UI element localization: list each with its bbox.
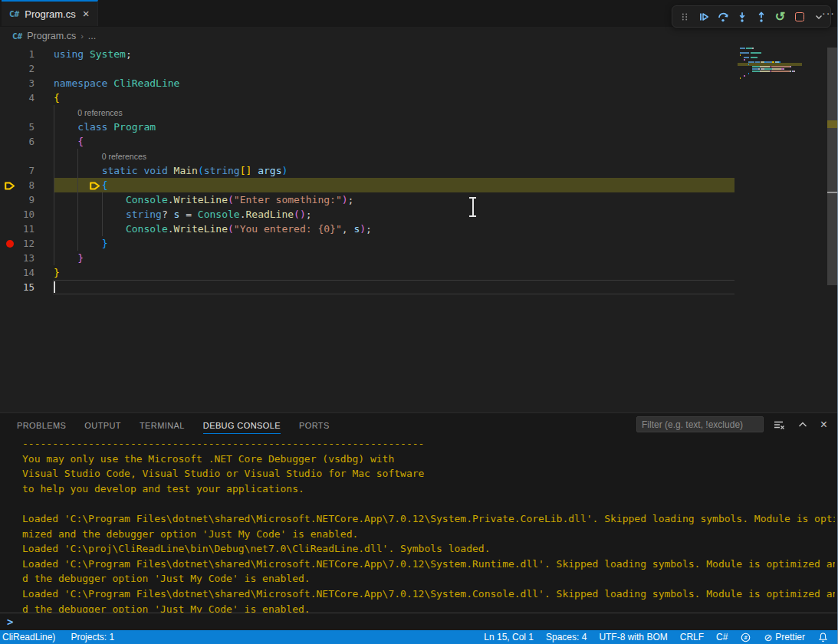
line-number[interactable]: 1: [0, 47, 35, 61]
status-item-csharp-project[interactable]: #: [740, 632, 751, 643]
debug-console-repl[interactable]: >: [0, 613, 838, 632]
codelens-row: 0 references: [0, 149, 838, 163]
status-item-clireadline-[interactable]: CliReadLine): [2, 632, 55, 642]
repl-prompt: >: [7, 616, 13, 628]
status-bar-left: CliReadLine)Projects: 1: [0, 632, 114, 642]
stop-button[interactable]: [790, 8, 809, 26]
breadcrumb[interactable]: C# Program.cs › ...: [0, 28, 96, 44]
code-text: }: [54, 265, 60, 280]
status-item-encoding[interactable]: UTF-8 with BOM: [599, 632, 667, 642]
line-number[interactable]: 11: [0, 222, 35, 236]
csharp-file-icon: C#: [9, 9, 19, 19]
code-line-15: 15: [0, 280, 838, 294]
status-item-notifications[interactable]: [817, 632, 829, 643]
text-cursor: [54, 281, 55, 293]
indent-guide: [54, 149, 54, 163]
status-item-eol[interactable]: CRLF: [680, 632, 704, 642]
console-line: Loaded 'C:\Program Files\dotnet\shared\M…: [22, 557, 835, 572]
debug-toolbar: ↺: [672, 5, 831, 28]
line-number[interactable]: 10: [0, 207, 35, 222]
tab-program-cs[interactable]: C# Program.cs ×: [2, 0, 98, 26]
indent-guide: [77, 149, 78, 163]
current-execution-line-highlight: [54, 178, 734, 192]
line-number[interactable]: 12: [0, 236, 35, 251]
code-editor[interactable]: 1using System;23namespace CliReadLine4{0…: [0, 44, 838, 412]
code-line-7: 7 static void Main(string[] args): [0, 163, 838, 178]
debug-console-filter-input[interactable]: [636, 416, 764, 432]
step-over-button[interactable]: [713, 8, 732, 26]
line-number[interactable]: 9: [0, 192, 35, 207]
csharp-project-icon: #: [740, 632, 751, 643]
code-text: string? s = Console.ReadLine();: [54, 207, 312, 222]
drag-handle-icon[interactable]: [675, 8, 694, 26]
status-item-language-mode[interactable]: C#: [716, 632, 728, 642]
status-bar: CliReadLine)Projects: 1 Ln 15, Col 1Spac…: [0, 630, 838, 644]
panel-tab-terminal[interactable]: TERMINAL: [140, 416, 185, 433]
code-text: namespace CliReadLine: [54, 76, 179, 90]
status-item-projects-1[interactable]: Projects: 1: [71, 632, 114, 642]
status-item-label: CliReadLine): [2, 632, 55, 642]
panel-tab-output[interactable]: OUTPUT: [84, 416, 121, 433]
code-line-4: 4{: [0, 90, 838, 105]
close-panel-icon[interactable]: ×: [820, 418, 827, 432]
code-line-14: 14}: [0, 265, 838, 280]
breadcrumb-file[interactable]: Program.cs: [27, 31, 76, 41]
panel-tab-problems[interactable]: PROBLEMS: [17, 416, 66, 433]
code-line-8: 8 {: [0, 178, 838, 192]
status-item-label: Projects: 1: [71, 632, 114, 642]
line-number[interactable]: 5: [0, 120, 35, 134]
vscode-window: C# Program.cs × ↺ ··· C# Program.cs › ..…: [0, 0, 838, 644]
breakpoint-icon[interactable]: [6, 240, 14, 248]
minimap-line: [740, 52, 826, 54]
status-item-indentation[interactable]: Spaces: 4: [546, 632, 587, 642]
line-number[interactable]: 3: [0, 76, 35, 90]
console-line: Loaded 'C:\proj\CliReadLine\bin\Debug\ne…: [22, 541, 835, 557]
status-item-label: Spaces: 4: [546, 632, 587, 642]
indent-guide: [54, 105, 54, 120]
minimap[interactable]: [740, 48, 826, 82]
code-line-9: 9 Console.WriteLine("Enter something:");: [0, 192, 838, 207]
step-out-button[interactable]: [751, 8, 771, 26]
line-number[interactable]: 6: [0, 134, 35, 149]
console-line: You may only use the Microsoft .NET Core…: [22, 452, 835, 467]
tab-close-icon[interactable]: ×: [83, 8, 90, 19]
debug-console-output[interactable]: ----------------------------------------…: [0, 436, 835, 613]
minimap-line: [740, 64, 826, 65]
bell-icon: [817, 632, 829, 643]
line-number[interactable]: 4: [0, 90, 35, 105]
panel-tab-debug-console[interactable]: DEBUG CONSOLE: [203, 416, 281, 434]
bottom-panel: PROBLEMSOUTPUTTERMINALDEBUG CONSOLEPORTS…: [0, 412, 838, 630]
minimap-line: [740, 80, 826, 81]
line-number[interactable]: 14: [0, 265, 35, 280]
code-line-6: 6 {: [0, 134, 838, 149]
line-number[interactable]: 2: [0, 61, 35, 76]
maximize-panel-icon[interactable]: [797, 419, 809, 431]
step-into-button[interactable]: [732, 8, 751, 26]
codelens-references[interactable]: 0 references: [102, 150, 146, 164]
line-number[interactable]: 13: [0, 251, 35, 265]
line-number[interactable]: 15: [0, 280, 35, 294]
editor-more-actions-icon[interactable]: ···: [822, 7, 835, 19]
code-text: {: [54, 134, 84, 149]
restart-button[interactable]: ↺: [771, 8, 790, 26]
status-item-label: Prettier: [775, 632, 805, 642]
minimap-line: [740, 66, 826, 67]
code-text: class Program: [54, 120, 156, 134]
minimap-line: [740, 57, 826, 58]
minimap-line: [740, 50, 826, 51]
panel-tab-ports[interactable]: PORTS: [299, 416, 330, 433]
code-line-3: 3namespace CliReadLine: [0, 76, 838, 90]
console-line: Loaded 'C:\Program Files\dotnet\shared\M…: [22, 586, 835, 602]
line-number[interactable]: 7: [0, 163, 35, 178]
status-item-prettier[interactable]: ⊘Prettier: [764, 632, 805, 643]
continue-button[interactable]: [694, 8, 713, 26]
status-item-cursor-position[interactable]: Ln 15, Col 1: [484, 632, 534, 642]
code-text: {: [54, 178, 107, 192]
clear-console-icon[interactable]: [773, 419, 785, 431]
minimap-line: [740, 54, 826, 56]
tab-label: Program.cs: [25, 8, 75, 20]
current-line-border: [53, 280, 734, 294]
codelens-references[interactable]: 0 references: [77, 106, 122, 120]
breadcrumb-more[interactable]: ...: [88, 31, 96, 41]
console-line: d the debugger option 'Just My Code' is …: [22, 571, 835, 586]
